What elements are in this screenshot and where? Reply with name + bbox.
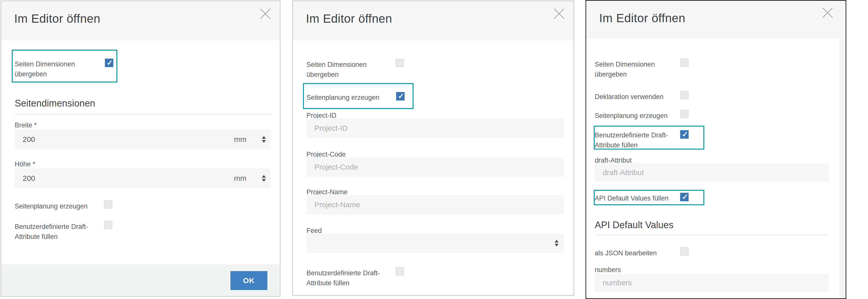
checkbox-label: Seitenplanung erzeugen bbox=[15, 201, 97, 211]
checkbox-als-json[interactable] bbox=[680, 247, 689, 256]
close-icon[interactable] bbox=[821, 6, 835, 20]
feed-select[interactable] bbox=[306, 233, 563, 253]
checkbox-label: Benutzerdefinierte Draft-Attribute fülle… bbox=[306, 268, 389, 288]
section-heading-api-default-values: API Default Values bbox=[595, 220, 674, 231]
hoehe-unit: mm bbox=[234, 174, 246, 183]
draft-attribut-field bbox=[595, 163, 829, 182]
close-icon[interactable] bbox=[258, 7, 272, 21]
checkbox-seiten-dimensionen[interactable] bbox=[105, 59, 113, 67]
numbers-input[interactable] bbox=[595, 274, 829, 292]
stepper-icon[interactable] bbox=[555, 240, 559, 247]
checkbox-label: Seitenplanung erzeugen bbox=[306, 92, 389, 102]
numbers-field bbox=[595, 274, 829, 292]
checkbox-row-seitenplanung: Seitenplanung erzeugen bbox=[15, 201, 132, 211]
breite-label: Breite * bbox=[15, 121, 37, 129]
project-code-field bbox=[306, 157, 563, 177]
hoehe-input[interactable] bbox=[15, 168, 271, 188]
hoehe-label: Höhe * bbox=[15, 160, 35, 168]
dialog-im-editor-oeffnen-3: Im Editor öffnen Seiten Dimensionen über… bbox=[586, 0, 846, 299]
checkbox-row-draft-attribute: Benutzerdefinierte Draft-Attribute fülle… bbox=[306, 268, 424, 288]
checkbox-label: Seitenplanung erzeugen bbox=[595, 111, 677, 121]
draft-attribut-input[interactable] bbox=[595, 163, 829, 182]
breite-unit: mm bbox=[234, 135, 246, 144]
checkbox-seitenplanung[interactable] bbox=[104, 200, 112, 209]
breite-input[interactable] bbox=[15, 129, 271, 149]
highlight-box-draft-attribute: Benutzerdefinierte Draft-Attribute fülle… bbox=[594, 126, 704, 150]
highlight-box-seitenplanung: Seitenplanung erzeugen bbox=[303, 83, 413, 109]
numbers-label: numbers bbox=[595, 266, 621, 274]
checkbox-row-seiten-dimensionen: Seiten Dimensionen übergeben bbox=[306, 60, 424, 80]
section-divider bbox=[15, 114, 271, 115]
checkbox-draft-attribute[interactable] bbox=[680, 130, 689, 139]
checkbox-row-deklaration: Deklaration verwenden bbox=[595, 92, 712, 102]
checkbox-label: Seiten Dimensionen übergeben bbox=[15, 59, 97, 79]
checkbox-row-seitenplanung: Seitenplanung erzeugen bbox=[595, 111, 712, 121]
checkbox-seiten-dimensionen[interactable] bbox=[396, 59, 404, 67]
checkbox-deklaration[interactable] bbox=[680, 91, 689, 99]
section-heading-seitendimensionen: Seitendimensionen bbox=[15, 98, 95, 109]
dialog-title: Im Editor öffnen bbox=[306, 12, 392, 25]
checkbox-seitenplanung[interactable] bbox=[680, 110, 689, 118]
checkbox-label: Seiten Dimensionen übergeben bbox=[306, 60, 389, 80]
checkbox-row-draft-attribute: Benutzerdefinierte Draft-Attribute fülle… bbox=[15, 222, 132, 242]
dialog-footer: OK bbox=[1, 264, 280, 296]
hoehe-field: mm bbox=[15, 168, 271, 188]
checkbox-label: API Default Values füllen bbox=[595, 193, 677, 203]
dialog-im-editor-oeffnen-1: Im Editor öffnen Seiten Dimensionen über… bbox=[0, 0, 281, 297]
dialog-header: Im Editor öffnen bbox=[586, 1, 845, 39]
highlight-box-api-default-values: API Default Values füllen bbox=[594, 190, 704, 205]
scrollbar[interactable] bbox=[840, 39, 845, 298]
checkbox-label: Benutzerdefinierte Draft-Attribute fülle… bbox=[595, 130, 677, 150]
project-id-input[interactable] bbox=[306, 118, 563, 138]
close-icon[interactable] bbox=[552, 7, 566, 21]
checkbox-draft-attribute[interactable] bbox=[104, 221, 112, 229]
highlight-box-seiten-dimensionen: Seiten Dimensionen übergeben bbox=[12, 50, 117, 83]
project-name-field bbox=[306, 195, 563, 214]
checkbox-label: Deklaration verwenden bbox=[595, 92, 677, 102]
section-divider bbox=[595, 235, 829, 235]
ok-button[interactable]: OK bbox=[230, 271, 267, 290]
checkbox-row-seiten-dimensionen: Seiten Dimensionen übergeben bbox=[15, 59, 132, 79]
checkbox-label: Seiten Dimensionen übergeben bbox=[595, 59, 677, 79]
dialog-im-editor-oeffnen-2: Im Editor öffnen Seiten Dimensionen über… bbox=[292, 0, 574, 296]
checkbox-row-als-json: als JSON bearbeiten bbox=[595, 248, 712, 258]
checkbox-row-api-default-values: API Default Values füllen bbox=[595, 193, 712, 203]
stepper-icon[interactable] bbox=[262, 136, 266, 143]
breite-field: mm bbox=[15, 129, 271, 149]
checkbox-draft-attribute[interactable] bbox=[396, 267, 404, 275]
checkbox-row-draft-attribute: Benutzerdefinierte Draft-Attribute fülle… bbox=[595, 130, 712, 150]
checkbox-api-default-values[interactable] bbox=[680, 193, 689, 201]
dialog-header: Im Editor öffnen bbox=[293, 1, 574, 40]
project-id-field bbox=[306, 118, 563, 138]
dialog-title: Im Editor öffnen bbox=[14, 12, 100, 25]
project-code-input[interactable] bbox=[306, 157, 563, 177]
checkbox-seitenplanung[interactable] bbox=[396, 92, 405, 100]
checkbox-row-seiten-dimensionen: Seiten Dimensionen übergeben bbox=[595, 59, 712, 79]
checkbox-row-seitenplanung: Seitenplanung erzeugen bbox=[306, 92, 424, 102]
project-name-input[interactable] bbox=[306, 195, 563, 214]
dialog-header: Im Editor öffnen bbox=[1, 1, 280, 40]
stepper-icon[interactable] bbox=[262, 175, 266, 182]
dialogs-stage: Im Editor öffnen Seiten Dimensionen über… bbox=[0, 0, 868, 299]
checkbox-label: als JSON bearbeiten bbox=[595, 248, 677, 258]
dialog-title: Im Editor öffnen bbox=[599, 11, 685, 25]
checkbox-label: Benutzerdefinierte Draft-Attribute fülle… bbox=[15, 222, 97, 242]
checkbox-seiten-dimensionen[interactable] bbox=[680, 58, 689, 67]
